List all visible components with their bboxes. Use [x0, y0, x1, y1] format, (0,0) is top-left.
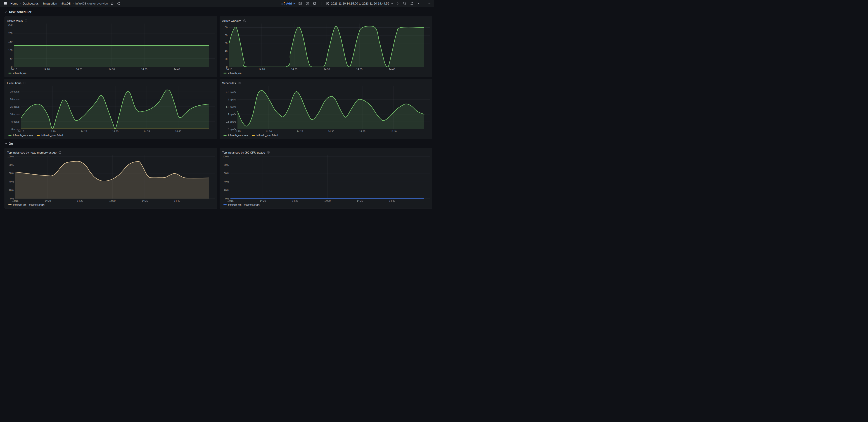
add-chart-icon: [281, 2, 285, 5]
dashboard-insights-icon[interactable]: [305, 1, 310, 6]
breadcrumb-folder[interactable]: Integration - InfluxDB: [43, 2, 71, 5]
menu-icon[interactable]: [3, 1, 8, 6]
y-tick-label: 20 ops/s: [10, 98, 20, 101]
save-dashboard-icon[interactable]: [298, 1, 303, 6]
y-tick-label: 20%: [224, 189, 229, 191]
legend-marker: [8, 204, 11, 205]
x-tick-label: 14:30: [108, 68, 115, 70]
y-axis: 0 ops/s0.5 ops/s1 ops/s1.5 ops/s2 ops/s2…: [222, 86, 238, 129]
legend-label: influxdb_vm - total: [228, 134, 248, 137]
share-icon[interactable]: [116, 1, 121, 6]
y-tick-label: 0.5 ops/s: [226, 120, 236, 123]
x-tick-label: 14:25: [77, 200, 83, 202]
legend-item[interactable]: influxdb_vm: [8, 72, 27, 74]
y-tick-label: 100%: [7, 155, 14, 158]
info-icon[interactable]: [238, 82, 241, 85]
info-icon[interactable]: [58, 151, 62, 154]
plot-area[interactable]: [14, 24, 215, 67]
legend-marker: [8, 135, 11, 136]
plot-area[interactable]: [238, 86, 430, 129]
time-shift-forward-icon[interactable]: [396, 1, 400, 6]
plot-area[interactable]: [230, 155, 430, 199]
panel-schedules: Schedules 0 ops/s0.5 ops/s1 ops/s1.5 ops…: [220, 79, 432, 139]
legend-label: influxdb_vm - localhost:8086: [228, 203, 260, 206]
legend-item[interactable]: influxdb_vm - total: [223, 134, 248, 137]
zoom-out-time-icon[interactable]: [402, 1, 407, 6]
panel-header[interactable]: Active workers: [222, 18, 430, 24]
x-axis: 14:1514:2014:2514:3014:3514:40: [14, 67, 215, 71]
x-tick-label: 14:15: [11, 68, 17, 70]
info-icon[interactable]: [23, 82, 27, 85]
y-tick-label: 80%: [224, 163, 229, 166]
chart-area: 0 ops/s5 ops/s10 ops/s15 ops/s20 ops/s25…: [7, 86, 215, 129]
x-axis: 14:1514:2014:2514:3014:3514:40: [238, 129, 430, 133]
x-axis: 14:1514:2014:2514:3014:3514:40: [229, 67, 430, 71]
x-tick-label: 14:20: [260, 200, 266, 202]
add-panel-button[interactable]: Add: [281, 2, 296, 5]
legend-item[interactable]: influxdb_vm - localhost:8086: [223, 203, 260, 206]
x-tick-label: 14:20: [44, 200, 51, 202]
plot-area[interactable]: [21, 86, 215, 129]
panel-title: Top instances by heap memory usage: [7, 151, 57, 154]
y-tick-label: 60: [225, 42, 227, 44]
x-axis: 14:1514:2014:2514:3014:3514:40: [16, 199, 215, 203]
legend-label: influxdb_vm: [13, 72, 27, 74]
panel-header[interactable]: Executions: [7, 80, 215, 86]
y-tick-label: 2.5 ops/s: [226, 91, 236, 93]
chart-area: 050100150200250: [7, 24, 215, 67]
legend-item[interactable]: influxdb_vm - failed: [37, 134, 63, 137]
collapse-nav-caret-up-icon[interactable]: [427, 1, 432, 6]
legend-marker: [8, 72, 11, 73]
y-tick-label: 60%: [9, 172, 14, 175]
info-icon[interactable]: [24, 19, 28, 22]
x-tick-label: 14:35: [141, 68, 148, 70]
x-axis: 14:1514:2014:2514:3014:3514:40: [230, 199, 430, 203]
panel-header[interactable]: Top instances by GC CPU usage: [222, 150, 430, 155]
legend-item[interactable]: influxdb_vm - localhost:8086: [8, 203, 44, 206]
refresh-interval-dropdown-icon[interactable]: [416, 1, 421, 5]
clock-icon: [326, 2, 329, 5]
legend: influxdb_vm - totalinfluxdb_vm - failed: [222, 133, 430, 138]
legend-marker: [223, 204, 227, 205]
x-tick-label: 14:15: [12, 200, 19, 202]
breadcrumb-separator: ›: [20, 2, 21, 5]
section-collapse-icon: [4, 11, 7, 13]
info-icon[interactable]: [267, 151, 270, 154]
legend-item[interactable]: influxdb_vm - total: [8, 134, 33, 137]
x-tick-label: 14:20: [49, 130, 56, 133]
y-tick-label: 40%: [9, 180, 14, 183]
section-header-go[interactable]: Go: [4, 141, 432, 146]
y-tick-label: 1.5 ops/s: [226, 106, 236, 108]
time-shift-back-icon[interactable]: [319, 1, 323, 6]
dashboard-settings-icon[interactable]: [312, 1, 317, 6]
panel-header[interactable]: Schedules: [222, 80, 430, 86]
x-tick-label: 14:30: [328, 130, 334, 133]
panel-header[interactable]: Active tasks: [7, 18, 215, 24]
x-tick-label: 14:25: [297, 130, 303, 133]
y-tick-label: 1 ops/s: [228, 113, 236, 116]
section-task-scheduler: Task scheduler Active tasks 050100150200…: [4, 9, 432, 139]
legend-item[interactable]: influxdb_vm - failed: [252, 134, 278, 137]
info-icon[interactable]: [243, 19, 246, 22]
panel-title: Schedules: [222, 82, 236, 85]
y-axis: 050100150200250: [7, 24, 14, 67]
time-range-picker[interactable]: 2023-11-20 14:15:00 to 2023-11-20 14:44:…: [326, 2, 393, 5]
plot-area[interactable]: [229, 24, 430, 67]
legend-item[interactable]: influxdb_vm: [223, 72, 242, 74]
breadcrumb-dashboards[interactable]: Dashboards: [23, 2, 39, 5]
favorite-star-icon[interactable]: [110, 1, 115, 6]
panel-header[interactable]: Top instances by heap memory usage: [7, 150, 215, 155]
x-tick-label: 14:35: [359, 130, 366, 133]
section-header-task-scheduler[interactable]: Task scheduler: [4, 9, 432, 15]
section-title: Go: [9, 142, 13, 145]
x-tick-label: 14:40: [174, 68, 180, 70]
y-tick-label: 80: [225, 34, 227, 37]
legend: influxdb_vm - totalinfluxdb_vm - failed: [7, 133, 215, 138]
breadcrumb: Home › Dashboards › Integration - Influx…: [10, 2, 108, 5]
x-tick-label: 14:35: [356, 68, 363, 70]
plot-area[interactable]: [16, 155, 215, 199]
x-tick-label: 14:25: [81, 130, 87, 133]
y-tick-label: 250: [8, 24, 12, 26]
refresh-icon[interactable]: [409, 1, 414, 6]
breadcrumb-home[interactable]: Home: [10, 2, 18, 5]
